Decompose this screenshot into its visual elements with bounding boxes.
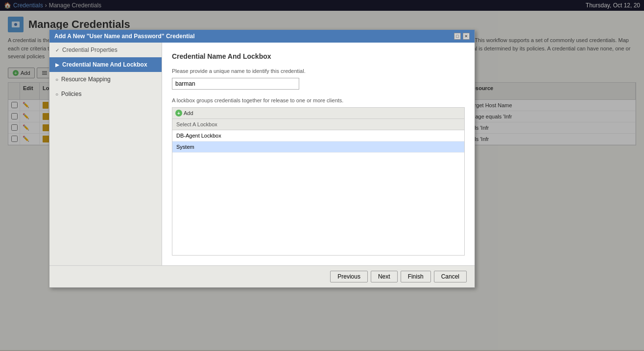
- credential-name-input[interactable]: [172, 78, 299, 90]
- sidebar-step-credential-name-lockbox[interactable]: ▶ Credential Name And Lockbox: [49, 57, 162, 72]
- modal-minimize-button[interactable]: □: [454, 33, 461, 40]
- modal-close-button[interactable]: ✕: [463, 33, 470, 40]
- modal-title: Add A New "User Name and Password" Crede…: [54, 33, 195, 40]
- lockbox-description: A lockbox groups credentials together fo…: [172, 97, 465, 103]
- circle-icon: ○: [55, 92, 58, 97]
- modal-titlebar: Add A New "User Name and Password" Crede…: [49, 30, 475, 43]
- finish-button[interactable]: Finish: [401, 271, 431, 282]
- modal-body: ✓ Credential Properties ▶ Credential Nam…: [49, 43, 475, 265]
- add-credential-modal: Add A New "User Name and Password" Crede…: [49, 29, 475, 288]
- modal-main-content: Credential Name And Lockbox Please provi…: [162, 43, 475, 265]
- modal-controls: □ ✕: [454, 33, 470, 40]
- checkmark-icon: ✓: [55, 47, 59, 53]
- next-button[interactable]: Next: [371, 271, 398, 282]
- lockbox-table-row[interactable]: DB-Agent Lockbox: [172, 130, 464, 141]
- sidebar-step-label: Policies: [61, 91, 81, 97]
- modal-section-title: Credential Name And Lockbox: [172, 52, 465, 60]
- previous-button[interactable]: Previous: [330, 271, 368, 282]
- modal-overlay: Add A New "User Name and Password" Crede…: [0, 0, 644, 350]
- modal-sidebar: ✓ Credential Properties ▶ Credential Nam…: [49, 43, 162, 265]
- lockbox-table-row[interactable]: System: [172, 141, 464, 153]
- lockbox-toolbar: + Add: [172, 107, 465, 118]
- sidebar-step-resource-mapping[interactable]: ○ Resource Mapping: [49, 72, 162, 87]
- sidebar-step-label: Credential Properties: [62, 47, 118, 53]
- circle-icon: ○: [55, 77, 58, 82]
- lockbox-add-button[interactable]: + Add: [175, 110, 193, 117]
- sidebar-step-policies[interactable]: ○ Policies: [49, 87, 162, 101]
- arrow-icon: ▶: [55, 62, 59, 68]
- add-lockbox-label: Add: [184, 110, 193, 116]
- add-circle-icon: +: [175, 110, 182, 117]
- sidebar-step-credential-properties[interactable]: ✓ Credential Properties: [49, 43, 162, 57]
- sidebar-step-label: Resource Mapping: [61, 76, 111, 83]
- lockbox-table-header: Select A Lockbox: [172, 119, 464, 130]
- lockbox-section: A lockbox groups credentials together fo…: [172, 97, 465, 256]
- cancel-button[interactable]: Cancel: [434, 271, 467, 282]
- sidebar-step-label: Credential Name And Lockbox: [62, 61, 147, 68]
- lockbox-table-scroll[interactable]: Select A Lockbox DB-Agent Lockbox System: [172, 118, 465, 256]
- credential-name-description: Please provide a unique name to identify…: [172, 68, 465, 74]
- modal-footer: Previous Next Finish Cancel: [49, 265, 475, 287]
